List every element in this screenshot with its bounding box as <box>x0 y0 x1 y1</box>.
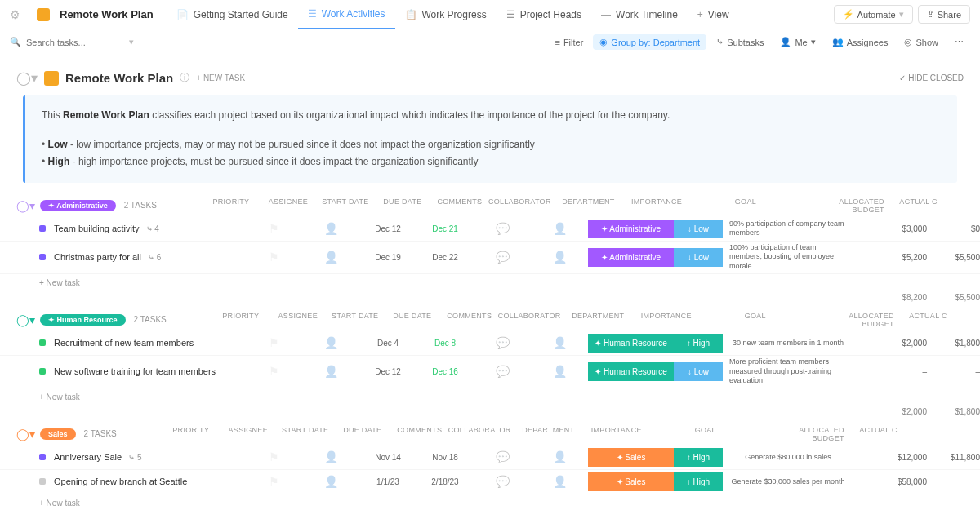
dept-chip[interactable]: ✦ Sales <box>588 448 674 467</box>
tab-work-progress[interactable]: 📋Work Progress <box>395 0 497 29</box>
col-goal[interactable]: GOAL <box>690 312 821 328</box>
comments-cell[interactable]: 💬 <box>474 450 531 463</box>
priority-cell[interactable]: ⚑ <box>245 336 302 349</box>
collaborator-cell[interactable]: 👤 <box>531 450 588 463</box>
search-input[interactable] <box>26 38 124 47</box>
priority-cell[interactable]: ⚑ <box>245 251 302 264</box>
col-budget[interactable]: ALLOCATED BUDGET <box>821 312 894 328</box>
tab-getting-started-guide[interactable]: 📄Getting Started Guide <box>167 0 298 29</box>
priority-cell[interactable]: ⚑ <box>245 475 302 488</box>
goal-cell[interactable]: Generate $30,000 sales per month <box>723 477 853 487</box>
department-cell[interactable]: ✦ Administrative <box>588 248 674 267</box>
actual-cell[interactable]: $11,800 <box>927 453 980 462</box>
importance-chip[interactable]: ↑ High <box>674 472 723 491</box>
collaborator-cell[interactable]: 👤 <box>531 475 588 488</box>
info-icon[interactable]: ⓘ <box>180 71 189 85</box>
budget-cell[interactable]: $58,000 <box>853 477 927 486</box>
col-comments[interactable]: COMMENTS <box>441 312 498 328</box>
col-startdate[interactable]: START DATE <box>277 426 334 442</box>
col-assignee[interactable]: ASSIGNEE <box>220 426 277 442</box>
importance-cell[interactable]: ↓ Low <box>674 362 723 381</box>
department-cell[interactable]: ✦ Human Resource <box>588 362 674 381</box>
priority-cell[interactable]: ⚑ <box>245 450 302 463</box>
task-name[interactable]: New software training for team members <box>54 366 216 376</box>
department-cell[interactable]: ✦ Sales <box>588 472 674 491</box>
comments-cell[interactable]: 💬 <box>474 336 531 349</box>
subtask-count[interactable]: ⤷ 5 <box>128 453 141 462</box>
task-row[interactable]: Recruitment of new team members ⚑ 👤 Dec … <box>0 331 980 356</box>
startdate-cell[interactable]: Dec 19 <box>359 253 416 262</box>
settings-icon[interactable]: ⚙ <box>10 8 20 21</box>
duedate-cell[interactable]: Dec 21 <box>416 224 474 233</box>
col-assignee[interactable]: ASSIGNEE <box>260 197 317 214</box>
task-row[interactable]: Team building activity ⤷ 4 ⚑ 👤 Dec 12 De… <box>0 217 980 242</box>
task-name[interactable]: Recruitment of new team members <box>54 338 194 348</box>
importance-cell[interactable]: ↑ High <box>674 472 723 491</box>
importance-cell[interactable]: ↑ High <box>674 334 723 353</box>
status-square-icon[interactable] <box>39 368 46 375</box>
assignee-cell[interactable]: 👤 <box>302 450 359 463</box>
importance-chip[interactable]: ↓ Low <box>674 248 723 267</box>
new-task-row[interactable]: + New task <box>0 388 980 406</box>
col-importance[interactable]: IMPORTANCE <box>591 426 640 442</box>
importance-chip[interactable]: ↓ Low <box>674 362 723 381</box>
dept-chip[interactable]: ✦ Human Resource <box>588 334 674 353</box>
col-goal[interactable]: GOAL <box>680 197 811 214</box>
collaborator-cell[interactable]: 👤 <box>531 222 588 235</box>
task-row[interactable]: Opening of new branch at Seattle ⚑ 👤 1/1… <box>0 470 980 494</box>
group-pill[interactable]: ✦ Administrative <box>40 200 116 211</box>
goal-cell[interactable]: More proficient team members measured th… <box>723 357 853 386</box>
status-square-icon[interactable] <box>39 225 46 232</box>
budget-cell[interactable]: $5,200 <box>853 253 927 262</box>
group-toggle[interactable]: ◯▾ <box>16 313 35 326</box>
goal-cell[interactable]: 90% participation of company team member… <box>723 220 853 238</box>
duedate-cell[interactable]: Dec 16 <box>416 367 474 376</box>
filter-button[interactable]: ≡Filter <box>548 35 590 50</box>
startdate-cell[interactable]: Dec 12 <box>359 224 416 233</box>
col-department[interactable]: DEPARTMENT <box>506 426 591 442</box>
col-department[interactable]: DEPARTMENT <box>546 197 631 214</box>
col-duedate[interactable]: DUE DATE <box>384 312 441 328</box>
subtask-count[interactable]: ⤷ 4 <box>146 224 159 233</box>
budget-cell[interactable]: $2,000 <box>853 339 927 348</box>
assignee-cell[interactable]: 👤 <box>302 251 359 264</box>
comments-cell[interactable]: 💬 <box>474 222 531 235</box>
actual-cell[interactable]: – <box>927 367 980 376</box>
dept-chip[interactable]: ✦ Administrative <box>588 220 674 238</box>
assignee-cell[interactable]: 👤 <box>302 365 359 378</box>
budget-cell[interactable]: $3,000 <box>853 224 927 233</box>
status-square-icon[interactable] <box>39 454 46 460</box>
share-button[interactable]: ⇪ Share <box>918 5 970 24</box>
department-cell[interactable]: ✦ Human Resource <box>588 334 674 353</box>
group-toggle[interactable]: ◯▾ <box>16 428 35 441</box>
task-name[interactable]: Opening of new branch at Seattle <box>54 477 187 486</box>
budget-cell[interactable]: $12,000 <box>853 453 927 462</box>
department-cell[interactable]: ✦ Sales <box>588 448 674 467</box>
dept-chip[interactable]: ✦ Human Resource <box>588 362 674 381</box>
collaborator-cell[interactable]: 👤 <box>531 251 588 264</box>
comments-cell[interactable]: 💬 <box>474 251 531 264</box>
tab-project-heads[interactable]: ☰Project Heads <box>497 0 591 29</box>
importance-chip[interactable]: ↑ High <box>674 334 723 353</box>
col-goal[interactable]: GOAL <box>640 426 771 442</box>
importance-cell[interactable]: ↓ Low <box>674 220 723 238</box>
col-collaborator[interactable]: COLLABORATOR <box>498 312 555 328</box>
col-startdate[interactable]: START DATE <box>327 312 384 328</box>
new-task-row[interactable]: + New task <box>0 494 980 510</box>
subtasks-button[interactable]: ⤷Subtasks <box>710 34 770 50</box>
goal-cell[interactable]: Generate $80,000 in sales <box>723 453 853 463</box>
col-comments[interactable]: COMMENTS <box>431 197 488 214</box>
col-startdate[interactable]: START DATE <box>317 197 374 214</box>
duedate-cell[interactable]: 2/18/23 <box>416 477 474 486</box>
col-assignee[interactable]: ASSIGNEE <box>270 312 327 328</box>
priority-cell[interactable]: ⚑ <box>245 365 302 378</box>
collaborator-cell[interactable]: 👤 <box>531 365 588 378</box>
actual-cell[interactable]: $1,800 <box>927 339 980 348</box>
col-importance[interactable]: IMPORTANCE <box>641 312 690 328</box>
comments-cell[interactable]: 💬 <box>474 475 531 488</box>
tab-work-activities[interactable]: ☰Work Activities <box>298 0 395 29</box>
me-button[interactable]: 👤Me ▾ <box>773 34 822 50</box>
actual-cell[interactable]: $0 <box>927 224 980 233</box>
col-actual[interactable]: ACTUAL C <box>894 312 947 328</box>
groupby-button[interactable]: ◉Group by: Department <box>593 34 706 50</box>
